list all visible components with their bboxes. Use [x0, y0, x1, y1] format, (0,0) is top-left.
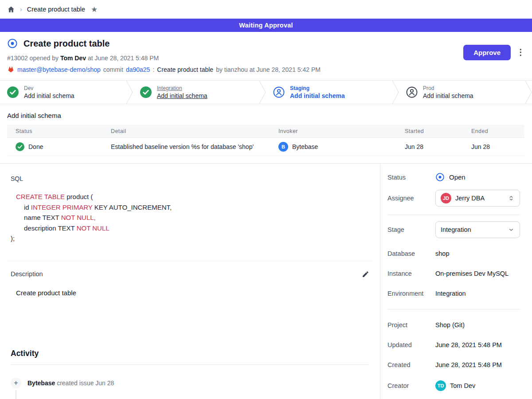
project-label: Project — [387, 321, 435, 329]
issue-header: Create product table #13002 opened by To… — [0, 32, 532, 80]
status-text: Open — [449, 173, 466, 181]
pipeline-stage-bar: Dev Add initial schema Integration Add i… — [0, 80, 532, 104]
environment-label: Environment — [387, 290, 435, 297]
more-actions-icon[interactable]: ⋮ — [516, 48, 525, 57]
gitlab-icon — [7, 66, 15, 73]
assignee-name: Jerry DBA — [455, 195, 485, 202]
issue-detail-panel: SQL CREATE TABLE product (id INTEGER PRI… — [0, 164, 380, 399]
task-section-heading: Add initial schema — [7, 112, 532, 119]
issue-id: #13002 opened by — [7, 55, 59, 62]
project-value: Shop (Git) — [435, 321, 520, 329]
check-circle-icon — [7, 86, 19, 98]
commit-sha-link[interactable]: da90a25 — [126, 66, 150, 73]
created-label: Created — [387, 361, 435, 368]
stage-env-label: Staging — [290, 85, 345, 92]
description-text: Create product table — [16, 289, 369, 297]
stage-task-label[interactable]: Add initial schema — [24, 92, 74, 100]
table-row[interactable]: Done Established baseline version %s for… — [7, 138, 524, 156]
task-invoker-text: Bytebase — [292, 143, 318, 150]
status-label: Status — [387, 174, 435, 181]
task-table-header: Status Detail Invoker Started Ended — [7, 125, 524, 138]
issue-meta: #13002 opened by Tom Dev at June 28, 202… — [7, 55, 525, 62]
issue-author: Tom Dev — [60, 55, 86, 62]
check-circle-icon — [16, 142, 24, 151]
activity-heading: Activity — [11, 349, 369, 358]
commit-author-time: by tianzhou at June 28, 2021 5:42 PM — [216, 66, 321, 73]
stage-staging[interactable]: Staging Add initial schema — [266, 81, 392, 104]
divider — [387, 309, 520, 309]
stage-select[interactable]: Integration — [435, 221, 520, 238]
task-started-cell: Jun 28 — [396, 143, 463, 150]
home-icon[interactable] — [7, 5, 15, 13]
stage-integration[interactable]: Integration Add initial schema — [133, 81, 259, 104]
instance-label: Instance — [387, 270, 435, 277]
updated-label: Updated — [387, 341, 435, 348]
breadcrumb-page-title: Create product table — [27, 6, 85, 13]
task-status-text: Done — [28, 143, 43, 150]
approve-button[interactable]: Approve — [463, 45, 511, 60]
chevron-down-icon — [508, 226, 515, 233]
stage-separator-icon — [525, 81, 532, 104]
task-table: Status Detail Invoker Started Ended Done… — [7, 125, 524, 156]
activity-actor: Bytebase — [27, 379, 55, 387]
task-status-cell: Done — [7, 142, 102, 151]
issue-open-icon — [435, 172, 445, 182]
database-label: Database — [387, 250, 435, 257]
plus-icon: + — [11, 378, 21, 388]
stage-task-label[interactable]: Add initial schema — [157, 92, 207, 100]
column-invoker: Invoker — [270, 128, 396, 134]
status-banner-text: Waiting Approval — [239, 22, 293, 29]
up-down-chevron-icon — [508, 195, 515, 202]
database-value: shop — [435, 250, 520, 257]
stage-env-label: Prod — [423, 85, 473, 92]
creator-avatar: TD — [435, 380, 446, 391]
creator-name: Tom Dev — [450, 382, 475, 389]
status-value: Open — [435, 172, 520, 182]
commit-colon: : — [153, 66, 154, 73]
stage-prod[interactable]: Prod Add initial schema — [399, 81, 525, 104]
column-ended: Ended — [463, 128, 524, 134]
task-ended-cell: Jun 28 — [463, 143, 524, 150]
updated-value: June 28, 2021 5:48 PM — [435, 341, 520, 348]
branch-repo-link[interactable]: master@bytebase-demo/shop — [17, 66, 101, 73]
description-label: Description — [11, 270, 43, 278]
column-status: Status — [7, 128, 102, 134]
stage-dev[interactable]: Dev Add initial schema — [0, 81, 126, 104]
created-value: June 28, 2021 5:48 PM — [435, 361, 520, 368]
commit-word: commit — [103, 66, 123, 73]
breadcrumb-chevron-icon: › — [20, 6, 22, 13]
stage-label: Stage — [387, 226, 435, 233]
breadcrumb: › Create product table ★ — [0, 0, 532, 19]
assignee-label: Assignee — [387, 195, 435, 202]
list-item: + Bytebase created issue Jun 28 — [11, 378, 369, 388]
creator-value: TD Tom Dev — [435, 380, 520, 391]
page-title: Create product table — [23, 39, 110, 49]
column-started: Started — [396, 128, 463, 134]
divider — [11, 364, 369, 365]
sql-code[interactable]: CREATE TABLE product (id INTEGER PRIMARY… — [11, 192, 369, 244]
sql-section-label: SQL — [11, 175, 369, 182]
timeline-connector — [16, 390, 16, 399]
stage-task-label[interactable]: Add initial schema — [423, 92, 473, 100]
status-banner: Waiting Approval — [0, 19, 532, 32]
stage-task-label[interactable]: Add initial schema — [290, 92, 345, 100]
edit-pencil-icon[interactable] — [362, 270, 369, 278]
commit-message: Create product table — [157, 66, 213, 73]
bookmark-star-icon[interactable]: ★ — [91, 5, 98, 14]
assignee-avatar: JD — [441, 193, 451, 203]
task-invoker-cell: B Bytebase — [270, 142, 396, 152]
assignee-select[interactable]: JD Jerry DBA — [435, 190, 520, 207]
commit-line: master@bytebase-demo/shop commit da90a25… — [7, 66, 525, 73]
column-detail: Detail — [102, 128, 270, 134]
activity-action: created issue Jun 28 — [57, 379, 114, 387]
check-circle-icon — [140, 86, 152, 98]
divider — [387, 215, 520, 215]
instance-value: On-premises Dev MySQL — [435, 270, 520, 277]
stage-env-label: Integration — [157, 85, 207, 92]
stage-selected: Integration — [441, 226, 471, 233]
issue-sidebar: Status Open Assignee JD Jerry DBA Stage … — [380, 164, 532, 399]
divider — [7, 261, 373, 261]
stage-separator-icon — [126, 81, 133, 104]
stage-env-label: Dev — [24, 85, 74, 92]
creator-label: Creator — [387, 382, 435, 389]
